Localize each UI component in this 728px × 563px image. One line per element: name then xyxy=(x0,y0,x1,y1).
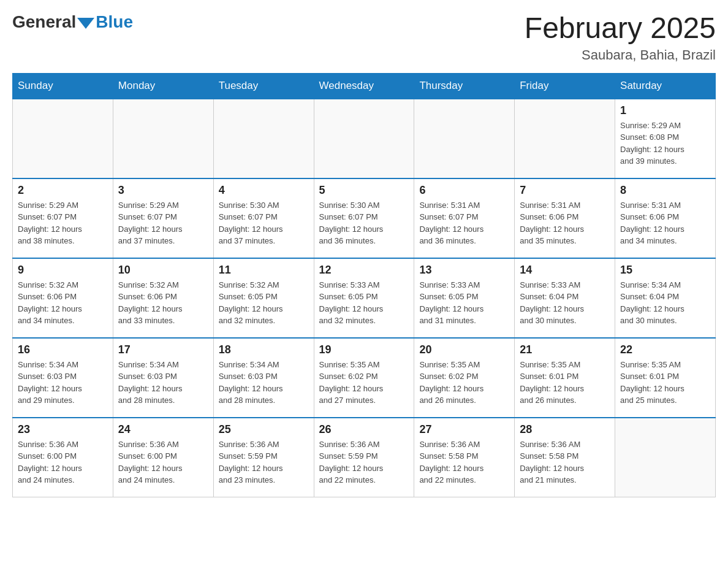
day-number: 27 xyxy=(419,423,509,436)
day-cell: 22Sunrise: 5:35 AMSunset: 6:01 PMDayligh… xyxy=(615,338,716,418)
day-info: Sunrise: 5:29 AMSunset: 6:07 PMDaylight:… xyxy=(118,199,208,247)
day-number: 7 xyxy=(520,184,610,197)
day-info: Sunrise: 5:34 AMSunset: 6:03 PMDaylight:… xyxy=(118,359,208,407)
day-info: Sunrise: 5:34 AMSunset: 6:03 PMDaylight:… xyxy=(18,359,108,407)
day-info: Sunrise: 5:29 AMSunset: 6:07 PMDaylight:… xyxy=(18,199,108,247)
day-info: Sunrise: 5:36 AMSunset: 5:59 PMDaylight:… xyxy=(219,439,309,486)
day-cell: 19Sunrise: 5:35 AMSunset: 6:02 PMDayligh… xyxy=(314,338,414,418)
day-cell: 17Sunrise: 5:34 AMSunset: 6:03 PMDayligh… xyxy=(113,338,213,418)
day-cell: 11Sunrise: 5:32 AMSunset: 6:05 PMDayligh… xyxy=(213,258,314,338)
day-number: 21 xyxy=(520,343,610,356)
day-number: 26 xyxy=(319,423,409,436)
day-number: 25 xyxy=(219,423,309,436)
day-cell: 3Sunrise: 5:29 AMSunset: 6:07 PMDaylight… xyxy=(113,178,213,258)
day-info: Sunrise: 5:35 AMSunset: 6:01 PMDaylight:… xyxy=(620,359,710,407)
day-info: Sunrise: 5:35 AMSunset: 6:01 PMDaylight:… xyxy=(520,359,610,407)
title-block: February 2025 Saubara, Bahia, Brazil xyxy=(525,12,716,63)
day-info: Sunrise: 5:35 AMSunset: 6:02 PMDaylight:… xyxy=(419,359,509,407)
day-cell: 6Sunrise: 5:31 AMSunset: 6:07 PMDaylight… xyxy=(414,178,515,258)
logo-arrow-icon xyxy=(77,18,94,29)
day-cell: 28Sunrise: 5:36 AMSunset: 5:58 PMDayligh… xyxy=(515,418,615,497)
day-info: Sunrise: 5:36 AMSunset: 5:58 PMDaylight:… xyxy=(520,439,610,486)
header: General Blue February 2025 Saubara, Bahi… xyxy=(12,12,716,63)
week-row-2: 2Sunrise: 5:29 AMSunset: 6:07 PMDaylight… xyxy=(13,178,716,258)
day-cell: 16Sunrise: 5:34 AMSunset: 6:03 PMDayligh… xyxy=(13,338,113,418)
day-number: 19 xyxy=(319,343,409,356)
day-info: Sunrise: 5:31 AMSunset: 6:07 PMDaylight:… xyxy=(419,199,509,247)
day-number: 24 xyxy=(118,423,208,436)
header-cell-wednesday: Wednesday xyxy=(314,73,414,99)
day-cell: 13Sunrise: 5:33 AMSunset: 6:05 PMDayligh… xyxy=(414,258,515,338)
day-info: Sunrise: 5:31 AMSunset: 6:06 PMDaylight:… xyxy=(520,199,610,247)
day-cell: 1Sunrise: 5:29 AMSunset: 6:08 PMDaylight… xyxy=(615,99,716,178)
logo-text: General Blue xyxy=(12,12,133,32)
day-info: Sunrise: 5:30 AMSunset: 6:07 PMDaylight:… xyxy=(319,199,409,247)
day-cell: 2Sunrise: 5:29 AMSunset: 6:07 PMDaylight… xyxy=(13,178,113,258)
day-info: Sunrise: 5:32 AMSunset: 6:06 PMDaylight:… xyxy=(118,279,208,327)
day-info: Sunrise: 5:33 AMSunset: 6:04 PMDaylight:… xyxy=(520,279,610,327)
day-info: Sunrise: 5:32 AMSunset: 6:05 PMDaylight:… xyxy=(219,279,309,327)
day-number: 1 xyxy=(620,104,710,117)
header-cell-monday: Monday xyxy=(113,73,213,99)
day-cell: 15Sunrise: 5:34 AMSunset: 6:04 PMDayligh… xyxy=(615,258,716,338)
day-number: 6 xyxy=(419,184,509,197)
day-info: Sunrise: 5:34 AMSunset: 6:03 PMDaylight:… xyxy=(219,359,309,407)
day-number: 3 xyxy=(118,184,208,197)
day-number: 8 xyxy=(620,184,710,197)
day-number: 11 xyxy=(219,264,309,277)
day-cell: 10Sunrise: 5:32 AMSunset: 6:06 PMDayligh… xyxy=(113,258,213,338)
day-cell: 18Sunrise: 5:34 AMSunset: 6:03 PMDayligh… xyxy=(213,338,314,418)
day-number: 4 xyxy=(219,184,309,197)
day-cell: 14Sunrise: 5:33 AMSunset: 6:04 PMDayligh… xyxy=(515,258,615,338)
day-number: 22 xyxy=(620,343,710,356)
week-row-4: 16Sunrise: 5:34 AMSunset: 6:03 PMDayligh… xyxy=(13,338,716,418)
day-info: Sunrise: 5:36 AMSunset: 6:00 PMDaylight:… xyxy=(118,439,208,486)
day-number: 20 xyxy=(419,343,509,356)
location-title: Saubara, Bahia, Brazil xyxy=(525,47,716,63)
day-cell xyxy=(314,99,414,178)
header-cell-tuesday: Tuesday xyxy=(213,73,314,99)
day-number: 28 xyxy=(520,423,610,436)
header-cell-sunday: Sunday xyxy=(13,73,113,99)
day-info: Sunrise: 5:29 AMSunset: 6:08 PMDaylight:… xyxy=(620,120,710,167)
day-number: 5 xyxy=(319,184,409,197)
month-title: February 2025 xyxy=(525,12,716,45)
day-cell xyxy=(13,99,113,178)
day-cell: 21Sunrise: 5:35 AMSunset: 6:01 PMDayligh… xyxy=(515,338,615,418)
day-cell: 25Sunrise: 5:36 AMSunset: 5:59 PMDayligh… xyxy=(213,418,314,497)
day-cell: 9Sunrise: 5:32 AMSunset: 6:06 PMDaylight… xyxy=(13,258,113,338)
day-cell: 7Sunrise: 5:31 AMSunset: 6:06 PMDaylight… xyxy=(515,178,615,258)
header-cell-saturday: Saturday xyxy=(615,73,716,99)
day-info: Sunrise: 5:30 AMSunset: 6:07 PMDaylight:… xyxy=(219,199,309,247)
week-row-3: 9Sunrise: 5:32 AMSunset: 6:06 PMDaylight… xyxy=(13,258,716,338)
day-cell: 27Sunrise: 5:36 AMSunset: 5:58 PMDayligh… xyxy=(414,418,515,497)
day-cell xyxy=(515,99,615,178)
day-number: 14 xyxy=(520,264,610,277)
week-row-5: 23Sunrise: 5:36 AMSunset: 6:00 PMDayligh… xyxy=(13,418,716,497)
day-number: 12 xyxy=(319,264,409,277)
day-info: Sunrise: 5:31 AMSunset: 6:06 PMDaylight:… xyxy=(620,199,710,247)
day-number: 15 xyxy=(620,264,710,277)
header-row: SundayMondayTuesdayWednesdayThursdayFrid… xyxy=(13,73,716,99)
day-number: 13 xyxy=(419,264,509,277)
day-info: Sunrise: 5:33 AMSunset: 6:05 PMDaylight:… xyxy=(319,279,409,327)
calendar: SundayMondayTuesdayWednesdayThursdayFrid… xyxy=(12,73,716,498)
logo-blue-text: Blue xyxy=(96,12,133,32)
day-cell: 12Sunrise: 5:33 AMSunset: 6:05 PMDayligh… xyxy=(314,258,414,338)
logo-general: General xyxy=(12,12,76,32)
day-info: Sunrise: 5:35 AMSunset: 6:02 PMDaylight:… xyxy=(319,359,409,407)
header-cell-friday: Friday xyxy=(515,73,615,99)
day-number: 18 xyxy=(219,343,309,356)
day-cell xyxy=(113,99,213,178)
day-number: 16 xyxy=(18,343,108,356)
day-cell: 4Sunrise: 5:30 AMSunset: 6:07 PMDaylight… xyxy=(213,178,314,258)
day-cell: 24Sunrise: 5:36 AMSunset: 6:00 PMDayligh… xyxy=(113,418,213,497)
day-info: Sunrise: 5:36 AMSunset: 6:00 PMDaylight:… xyxy=(18,439,108,486)
day-number: 10 xyxy=(118,264,208,277)
day-info: Sunrise: 5:36 AMSunset: 5:58 PMDaylight:… xyxy=(419,439,509,486)
day-number: 9 xyxy=(18,264,108,277)
day-number: 17 xyxy=(118,343,208,356)
day-info: Sunrise: 5:36 AMSunset: 5:59 PMDaylight:… xyxy=(319,439,409,486)
day-cell xyxy=(615,418,716,497)
day-info: Sunrise: 5:33 AMSunset: 6:05 PMDaylight:… xyxy=(419,279,509,327)
